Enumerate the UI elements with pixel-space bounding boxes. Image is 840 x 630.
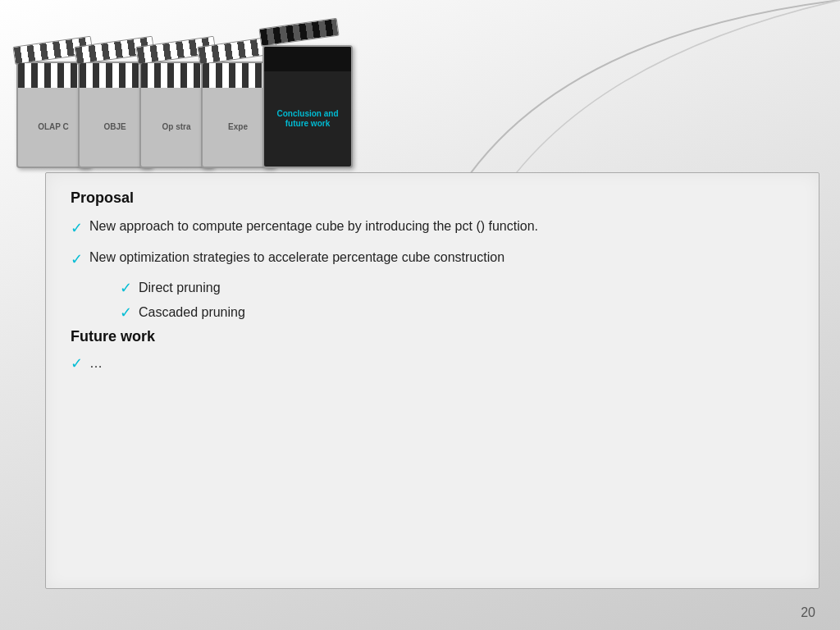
bullet-1-text: New approach to compute percentage cube … — [89, 217, 794, 236]
future-checkmark: ✓ — [71, 354, 83, 372]
bullet-2-text: New optimization strategies to accelerat… — [89, 248, 794, 267]
checkmark-2: ✓ — [71, 249, 83, 271]
clapper-5-active: Conclusion and future work — [262, 45, 353, 168]
clapper-5-label: Conclusion and future work — [264, 71, 351, 167]
sub-bullet-1: ✓ Direct pruning — [120, 279, 794, 297]
clapperboards-area: OLAP C OBJE Op stra Expe Conclusion and … — [16, 8, 418, 168]
sub-bullets: ✓ Direct pruning ✓ Cascaded pruning — [120, 279, 794, 322]
proposal-title: Proposal — [71, 189, 794, 207]
bullet-2: ✓ New optimization strategies to acceler… — [71, 248, 794, 271]
sub-bullet-2: ✓ Cascaded pruning — [120, 304, 794, 322]
bullet-1: ✓ New approach to compute percentage cub… — [71, 217, 794, 240]
sub-checkmark-2: ✓ — [120, 304, 132, 322]
future-bullet-text: … — [89, 356, 103, 371]
checkmark-1: ✓ — [71, 217, 83, 240]
future-work-title: Future work — [71, 328, 794, 345]
page-number: 20 — [801, 605, 815, 620]
content-box: Proposal ✓ New approach to compute perce… — [45, 172, 819, 589]
sub-checkmark-1: ✓ — [120, 279, 132, 297]
future-work-bullet: ✓ … — [71, 354, 794, 372]
sub-bullet-2-text: Cascaded pruning — [139, 305, 245, 320]
sub-bullet-1-text: Direct pruning — [139, 281, 221, 295]
